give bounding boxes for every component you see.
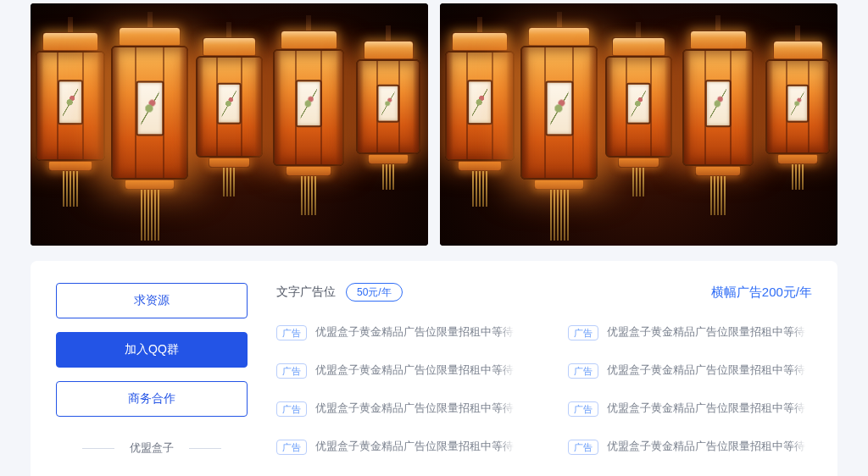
sidebar-button-label: 加入QQ群	[125, 342, 179, 357]
sidebar-button-business[interactable]: 商务合作	[56, 381, 248, 417]
sidebar-button-resources[interactable]: 求资源	[56, 283, 248, 318]
ad-text: 优盟盒子黄金精品广告位限量招租中等待你的加入	[315, 363, 520, 378]
ad-item[interactable]: 广告 优盟盒子黄金精品广告位限量招租中等待你的加入	[276, 390, 520, 428]
ad-text: 优盟盒子黄金精品广告位限量招租中等待你的加入	[315, 440, 520, 454]
text-ad-title: 文字广告位	[276, 285, 336, 300]
ad-tag: 广告	[276, 325, 307, 340]
main-content: 文字广告位 50元/年 横幅广告200元/年 广告 优盟盒子黄金精品广告位限量招…	[276, 281, 812, 466]
banner-image-1[interactable]	[31, 3, 428, 246]
ad-item[interactable]: 广告 优盟盒子黄金精品广告位限量招租中等待你的加入	[568, 390, 812, 428]
ad-tag: 广告	[568, 401, 598, 417]
ad-tag: 广告	[568, 440, 598, 455]
ad-text: 优盟盒子黄金精品广告位限量招租中等待你的加入	[315, 401, 520, 416]
ad-item[interactable]: 广告 优盟盒子黄金精品广告位限量招租中等待你的加入	[568, 351, 812, 390]
ad-text: 优盟盒子黄金精品广告位限量招租中等待你的加入	[607, 325, 812, 340]
banner-ad-price[interactable]: 横幅广告200元/年	[711, 285, 812, 301]
sidebar-button-label: 商务合作	[128, 391, 175, 407]
ad-item[interactable]: 广告 优盟盒子黄金精品广告位限量招租中等待你的加入	[276, 313, 520, 351]
ad-tag: 广告	[276, 401, 307, 417]
ad-tag: 广告	[568, 325, 598, 340]
content-card: 求资源 加入QQ群 商务合作 优盟盒子 文字广告位 50元/年 横幅广告200元…	[31, 261, 837, 476]
sidebar-button-label: 求资源	[134, 293, 170, 308]
sidebar: 求资源 加入QQ群 商务合作 优盟盒子	[56, 281, 248, 466]
ad-text: 优盟盒子黄金精品广告位限量招租中等待你的加入	[607, 363, 812, 378]
sidebar-divider-label: 优盟盒子	[130, 440, 174, 456]
banner-image-2[interactable]	[440, 3, 837, 246]
ad-item[interactable]: 广告 优盟盒子黄金精品广告位限量招租中等待你的加入	[568, 313, 812, 351]
sidebar-divider: 优盟盒子	[56, 430, 248, 466]
ad-text: 优盟盒子黄金精品广告位限量招租中等待你的加入	[607, 440, 812, 454]
ad-text: 优盟盒子黄金精品广告位限量招租中等待你的加入	[315, 325, 520, 340]
text-ad-price-pill[interactable]: 50元/年	[346, 283, 403, 302]
banner-row	[0, 0, 868, 246]
ad-grid: 广告 优盟盒子黄金精品广告位限量招租中等待你的加入 广告 优盟盒子黄金精品广告位…	[276, 313, 812, 466]
sidebar-button-qq-group[interactable]: 加入QQ群	[56, 332, 248, 368]
ad-item[interactable]: 广告 优盟盒子黄金精品广告位限量招租中等待你的加入	[276, 351, 520, 390]
ad-tag: 广告	[276, 440, 307, 455]
ad-tag: 广告	[568, 363, 598, 379]
ad-item[interactable]: 广告 优盟盒子黄金精品广告位限量招租中等待你的加入	[276, 428, 520, 466]
ad-text: 优盟盒子黄金精品广告位限量招租中等待你的加入	[607, 401, 812, 416]
ad-item[interactable]: 广告 优盟盒子黄金精品广告位限量招租中等待你的加入	[568, 428, 812, 466]
ad-tag: 广告	[276, 363, 307, 379]
ad-header: 文字广告位 50元/年 横幅广告200元/年	[276, 281, 812, 303]
